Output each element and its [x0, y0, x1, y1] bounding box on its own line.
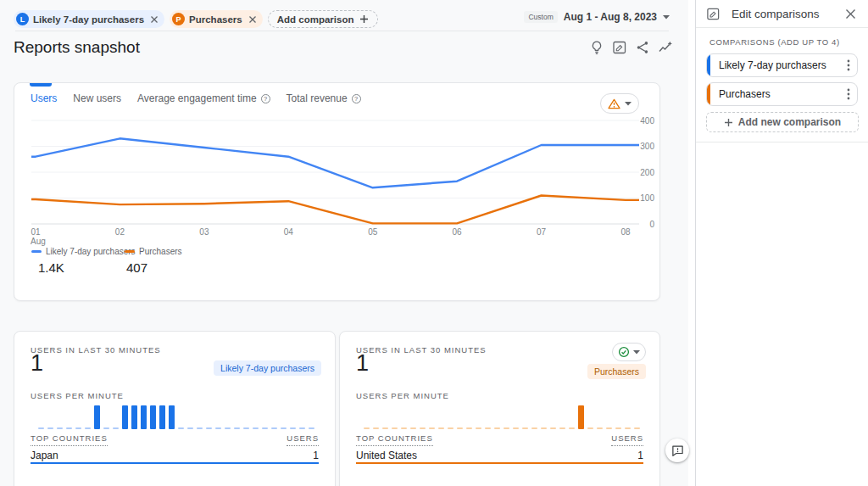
svg-text:08: 08 — [620, 227, 631, 237]
users-per-minute-chart — [364, 404, 640, 429]
warning-icon — [608, 98, 620, 109]
report-actions — [588, 39, 674, 56]
tab-average-engagement-time[interactable]: Average engagement time? — [137, 92, 270, 104]
add-comparison-label: Add comparison — [277, 14, 354, 25]
svg-text:400: 400 — [640, 116, 654, 126]
users-column-label: USERS — [611, 433, 643, 446]
tab-new-users[interactable]: New users — [73, 92, 121, 104]
minute-bar — [420, 427, 426, 429]
minute-bar — [541, 427, 547, 429]
users-per-minute-chart — [38, 404, 314, 429]
remove-comparison-icon[interactable] — [148, 14, 159, 24]
users-30min-label: USERS IN LAST 30 MINUTES — [356, 345, 487, 355]
svg-text:04: 04 — [284, 227, 294, 237]
minute-bar — [187, 427, 193, 429]
chevron-down-icon — [633, 350, 640, 355]
header-divider — [15, 31, 669, 31]
legend-item: Purchasers407 — [125, 247, 182, 275]
users-per-minute-label: USERS PER MINUTE — [356, 391, 449, 400]
country-row-accent — [356, 462, 643, 464]
tab-users[interactable]: Users — [31, 92, 57, 104]
edit-comparison-icon[interactable] — [611, 39, 628, 56]
minute-bar — [559, 427, 565, 429]
metric-tabs: UsersNew usersAverage engagement time?To… — [31, 92, 361, 104]
comparison-chips-row: LLikely 7-day purchasersPPurchasersAdd c… — [14, 10, 378, 28]
tab-total-revenue[interactable]: Total revenue? — [287, 92, 361, 104]
country-name: Japan — [31, 450, 58, 461]
scrollbar-track[interactable] — [688, 0, 695, 486]
feedback-button[interactable] — [665, 439, 689, 462]
add-new-comparison-label: Add new comparison — [738, 116, 841, 128]
legend-dash-icon — [31, 250, 42, 253]
minute-bar — [253, 427, 259, 429]
comparison-badge: Likely 7-day purchasers — [214, 360, 321, 376]
add-comparison-button[interactable]: Add comparison — [268, 10, 379, 28]
users-30min-value: 1 — [356, 350, 369, 377]
minute-bar — [290, 427, 296, 429]
minute-bar — [476, 427, 481, 429]
comparison-item-card[interactable]: Likely 7-day purchasers — [706, 53, 858, 77]
date-range-value: Aug 1 - Aug 8, 2023 — [564, 11, 657, 23]
line-chart: 010020030040001Aug02030405060708 — [30, 115, 659, 248]
insights-bulb-icon[interactable] — [588, 39, 605, 56]
insights-spark-icon[interactable] — [657, 39, 674, 56]
minute-bar — [299, 427, 305, 429]
comparison-avatar: L — [16, 13, 29, 25]
minute-bar — [382, 427, 388, 429]
minute-bar — [206, 427, 212, 429]
realtime-status-button[interactable] — [612, 343, 646, 361]
comparison-item-label: Purchasers — [719, 88, 840, 100]
legend-label: Purchasers — [139, 247, 182, 256]
date-range-selector[interactable]: Custom Aug 1 - Aug 8, 2023 — [524, 11, 670, 23]
users-column-label: USERS — [287, 433, 319, 446]
minute-bar — [122, 405, 128, 429]
minute-bar — [448, 427, 453, 429]
minute-bar — [504, 427, 509, 429]
svg-text:100: 100 — [640, 193, 654, 203]
minute-bar — [373, 427, 379, 429]
comparison-item-card[interactable]: Purchasers — [706, 82, 858, 106]
minute-bar — [615, 427, 621, 429]
minute-bar — [75, 427, 81, 429]
plus-icon — [359, 14, 369, 24]
kebab-menu-icon[interactable] — [840, 88, 857, 100]
svg-text:300: 300 — [640, 142, 654, 151]
panel-divider — [696, 142, 868, 142]
data-quality-button[interactable] — [600, 93, 639, 114]
minute-bar — [531, 427, 537, 429]
minute-bar — [243, 427, 249, 429]
tab-label: Total revenue — [287, 92, 348, 104]
country-users-value: 1 — [637, 450, 643, 461]
trend-chart-card: UsersNew usersAverage engagement time?To… — [14, 82, 660, 301]
minute-bar — [587, 427, 593, 429]
close-icon[interactable] — [843, 7, 858, 21]
legend-value: 1.4K — [38, 260, 136, 275]
tab-label: Average engagement time — [137, 92, 257, 104]
minute-bar — [38, 427, 44, 429]
kebab-menu-icon[interactable] — [840, 59, 857, 71]
svg-text:02: 02 — [115, 227, 125, 237]
comparison-chip[interactable]: LLikely 7-day purchasers — [14, 10, 164, 28]
tab-label: Users — [31, 92, 57, 104]
share-icon[interactable] — [634, 39, 651, 56]
realtime-card: USERS IN LAST 30 MINUTES1PurchasersUSERS… — [339, 331, 660, 486]
legend-label-row: Purchasers — [125, 247, 182, 256]
panel-title: Edit comparisons — [732, 8, 843, 20]
minute-bar — [597, 427, 603, 429]
minute-bar — [159, 405, 165, 429]
legend-label: Likely 7-day purchasers — [46, 247, 136, 256]
comparison-chip[interactable]: PPurchasers — [170, 10, 263, 28]
svg-text:05: 05 — [368, 227, 378, 237]
help-icon[interactable]: ? — [261, 94, 270, 103]
minute-bar — [606, 427, 612, 429]
minute-bar — [103, 427, 109, 429]
minute-bar — [271, 427, 277, 429]
minute-bar — [625, 427, 631, 429]
add-new-comparison-button[interactable]: Add new comparison — [706, 112, 859, 132]
help-icon[interactable]: ? — [352, 94, 361, 103]
minute-bar — [113, 427, 119, 429]
legend-dash-icon — [125, 250, 135, 253]
remove-comparison-icon[interactable] — [247, 14, 257, 24]
minute-bar — [234, 427, 240, 429]
comparison-badge: Purchasers — [587, 364, 646, 379]
